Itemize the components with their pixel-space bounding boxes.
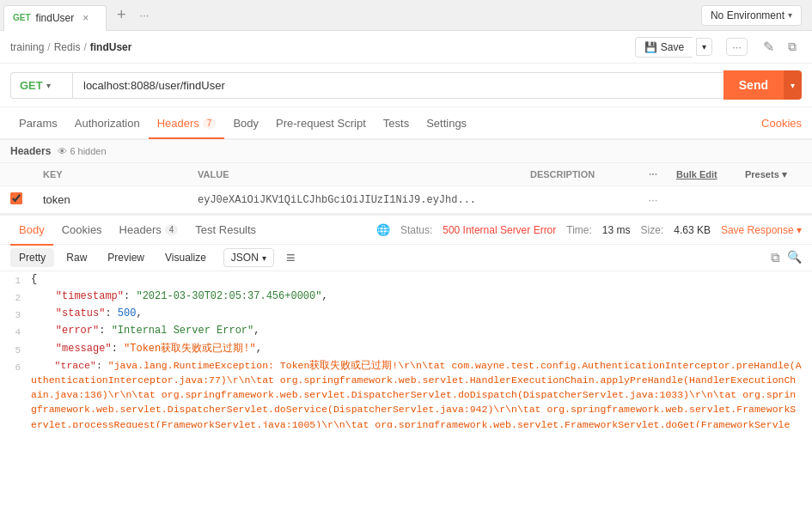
url-input[interactable] [72, 72, 723, 99]
code-line: 1 { [0, 271, 812, 289]
save-label: Save [661, 41, 684, 53]
line-number: 1 [0, 271, 31, 289]
method-selector[interactable]: GET ▾ [10, 72, 72, 99]
filter-icon[interactable]: ≡ [281, 249, 301, 267]
presets-header[interactable]: Presets ▾ [735, 163, 812, 186]
row-key: token [33, 186, 187, 214]
add-tab-button[interactable]: + [110, 6, 133, 24]
res-tab-headers[interactable]: Headers 4 [111, 215, 187, 246]
send-arrow-button[interactable]: ▾ [784, 70, 802, 100]
time-value: 13 ms [602, 224, 631, 236]
environment-selector[interactable]: No Environment ▾ [701, 5, 802, 26]
headers-tab-badge: 7 [203, 118, 217, 129]
headers-section-label: Headers [10, 145, 51, 157]
line-content: "status": 500, [31, 306, 143, 323]
format-raw[interactable]: Raw [58, 248, 95, 267]
tab-settings[interactable]: Settings [418, 107, 475, 138]
breadcrumb-current: findUser [90, 41, 132, 53]
status-code: 500 Internal Server Error [443, 224, 556, 236]
col-value-header: VALUE [187, 163, 520, 186]
code-line: 6 "trace": "java.lang.RuntimeException: … [0, 358, 812, 428]
breadcrumb-dots-icon[interactable]: ··· [726, 38, 748, 56]
search-response-icon[interactable]: 🔍 [787, 250, 802, 265]
time-label: Time: [566, 224, 592, 236]
format-preview[interactable]: Preview [99, 248, 153, 267]
hidden-headers-badge: 👁 6 hidden [58, 146, 106, 156]
tab-name: findUser [36, 12, 75, 24]
tab-tests[interactable]: Tests [375, 107, 418, 138]
copy-response-icon[interactable]: ⧉ [771, 250, 780, 265]
res-tab-body[interactable]: Body [10, 215, 53, 246]
breadcrumb-sep-1: / [47, 41, 50, 53]
line-content: "error": "Internal Server Error", [31, 323, 259, 340]
res-tab-test-results[interactable]: Test Results [186, 215, 265, 246]
environment-arrow-icon: ▾ [788, 10, 792, 20]
row-value: eyJ0eXAiOiJKV1QiLCJhbGciOiJIUzI1NiJ9.eyJ… [187, 186, 520, 214]
res-headers-badge: 4 [165, 224, 179, 235]
bulk-edit-header[interactable]: Bulk Edit [666, 163, 735, 186]
line-content: "trace": "java.lang.RuntimeException: To… [31, 358, 812, 428]
format-visualize[interactable]: Visualize [156, 248, 215, 267]
line-content: { [31, 271, 37, 289]
status-label: Status: [400, 224, 432, 236]
line-number: 6 [0, 358, 31, 428]
method-label: GET [20, 79, 43, 92]
tab-close-icon[interactable]: × [82, 12, 89, 24]
format-pretty[interactable]: Pretty [10, 248, 54, 267]
line-number: 2 [0, 289, 31, 306]
code-line: 2 "timestamp": "2021-03-30T02:05:37.456+… [0, 289, 812, 306]
save-button[interactable]: 💾 Save [635, 37, 693, 58]
tab-params[interactable]: Params [10, 107, 66, 138]
send-button[interactable]: Send [723, 70, 784, 100]
line-number: 4 [0, 323, 31, 340]
breadcrumb-part-1[interactable]: training [10, 41, 44, 53]
breadcrumb-sep-2: / [83, 41, 86, 53]
json-arrow-icon: ▾ [262, 253, 266, 263]
row-checkbox[interactable] [10, 192, 22, 204]
save-arrow-button[interactable]: ▾ [696, 38, 712, 56]
request-tab[interactable]: GET findUser × [3, 5, 107, 31]
line-number: 5 [0, 341, 31, 358]
tab-headers[interactable]: Headers 7 [149, 108, 225, 139]
cookies-link[interactable]: Cookies [761, 117, 802, 130]
line-content: "timestamp": "2021-03-30T02:05:37.456+00… [31, 289, 328, 306]
size-label: Size: [641, 224, 664, 236]
edit-icon[interactable]: ✎ [758, 37, 779, 57]
size-value: 4.63 KB [674, 224, 711, 236]
save-response-button[interactable]: Save Response ▾ [721, 224, 802, 236]
col-key-header: KEY [33, 163, 187, 186]
tab-prerequest[interactable]: Pre-request Script [267, 107, 375, 138]
response-body: 1 { 2 "timestamp": "2021-03-30T02:05:37.… [0, 271, 812, 428]
col-desc-header: DESCRIPTION [520, 163, 640, 186]
eye-icon: 👁 [58, 146, 67, 156]
breadcrumb: training / Redis / findUser [10, 41, 131, 53]
row-dots[interactable]: ··· [640, 186, 666, 214]
col-dots-header: ··· [640, 163, 666, 186]
save-icon: 💾 [644, 41, 657, 53]
res-tab-cookies[interactable]: Cookies [53, 215, 111, 246]
tabs-overflow-dots[interactable]: ··· [133, 9, 156, 21]
code-line: 4 "error": "Internal Server Error", [0, 323, 812, 340]
row-description [520, 186, 640, 214]
code-line: 5 "message": "Token获取失败或已过期!", [0, 341, 812, 358]
no-environment-label: No Environment [711, 9, 785, 21]
breadcrumb-part-2[interactable]: Redis [54, 41, 81, 53]
tab-method-badge: GET [13, 13, 31, 22]
globe-icon: 🌐 [376, 223, 390, 236]
line-number: 3 [0, 306, 31, 323]
code-line: 3 "status": 500, [0, 306, 812, 323]
table-row: token eyJ0eXAiOiJKV1QiLCJhbGciOiJIUzI1Ni… [0, 186, 812, 214]
copy-icon[interactable]: ⧉ [783, 38, 802, 56]
tab-authorization[interactable]: Authorization [66, 107, 149, 138]
line-content: "message": "Token获取失败或已过期!", [31, 341, 262, 358]
json-selector[interactable]: JSON ▾ [223, 248, 274, 267]
tab-body[interactable]: Body [224, 107, 267, 138]
method-arrow-icon: ▾ [46, 81, 51, 90]
